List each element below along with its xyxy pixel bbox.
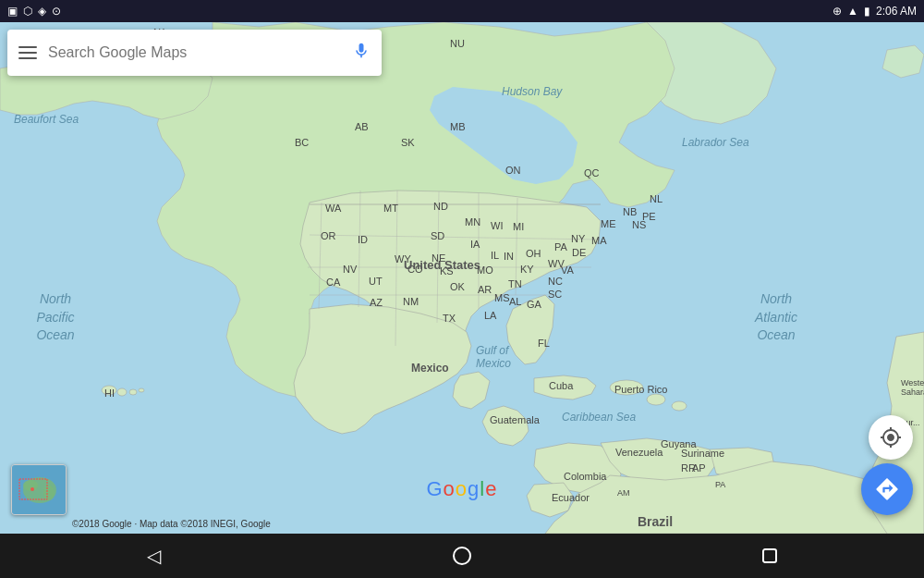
google-o1: o [444, 477, 456, 501]
voice-search-button[interactable] [352, 40, 371, 67]
app-icon-3: ⊙ [52, 5, 61, 18]
back-button[interactable]: ◁ [132, 534, 176, 578]
time-display: 2:06 AM [876, 5, 917, 18]
svg-point-20 [23, 480, 38, 491]
search-input[interactable] [48, 44, 345, 61]
map-background[interactable]: Beaufort Sea Hudson Bay Labrador Sea AK … [0, 22, 924, 534]
svg-point-24 [454, 547, 470, 564]
svg-point-21 [43, 486, 55, 500]
status-bar: ▣ ⬡ ◈ ⊙ ⊕ ▲ ▮ 2:06 AM [0, 0, 924, 22]
svg-point-17 [139, 388, 144, 392]
svg-point-15 [117, 388, 127, 396]
status-icons-left: ▣ ⬡ ◈ ⊙ [7, 5, 61, 18]
location-icon: ⊕ [833, 5, 842, 18]
recents-button[interactable] [748, 534, 792, 578]
battery-icon: ▮ [864, 5, 870, 18]
map-svg [0, 22, 924, 534]
hamburger-line-1 [18, 46, 37, 48]
google-logo: Google [426, 477, 497, 501]
svg-point-2 [647, 394, 665, 405]
mini-globe-thumbnail[interactable] [11, 464, 67, 515]
search-bar[interactable] [7, 30, 382, 76]
google-g: G [426, 477, 443, 501]
status-icons-right: ⊕ ▲ ▮ 2:06 AM [833, 5, 917, 18]
notification-icon: ▣ [7, 5, 18, 18]
my-location-button[interactable] [869, 415, 913, 460]
copyright-text: ©2018 Google · Map data ©2018 INEGI, Goo… [72, 519, 271, 529]
svg-point-14 [102, 386, 116, 395]
google-g2: g [468, 477, 480, 501]
svg-point-16 [129, 389, 137, 395]
svg-point-23 [30, 487, 34, 491]
hamburger-menu-button[interactable] [18, 46, 37, 59]
wifi-icon: ▲ [847, 5, 858, 18]
home-button[interactable] [440, 534, 484, 578]
navigation-bar: ◁ [0, 534, 924, 578]
svg-point-3 [672, 401, 687, 411]
hamburger-line-2 [18, 52, 37, 54]
google-e: e [485, 477, 497, 501]
app-icon-2: ◈ [38, 5, 46, 18]
map-container[interactable]: Beaufort Sea Hudson Bay Labrador Sea AK … [0, 22, 924, 534]
app-icon-1: ⬡ [23, 5, 32, 18]
google-o2: o [456, 477, 468, 501]
svg-point-1 [610, 380, 643, 395]
directions-button[interactable] [861, 463, 913, 515]
hamburger-line-3 [18, 57, 37, 59]
svg-rect-25 [763, 549, 776, 562]
